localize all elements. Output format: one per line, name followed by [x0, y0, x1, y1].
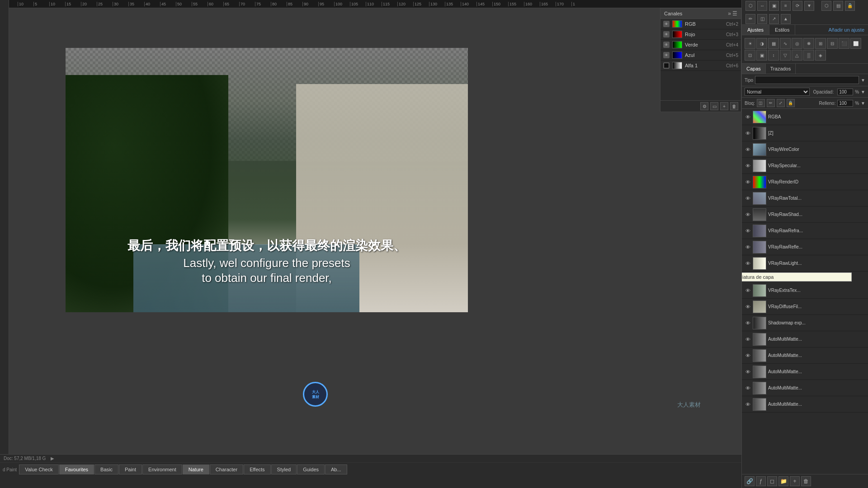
layer-visibility[interactable]: 👁 [745, 212, 751, 217]
layer-item[interactable]: 👁 VRayRawShad... [742, 206, 868, 223]
layer-item[interactable]: 👁 VRayExtraTex... [742, 282, 868, 299]
layer-visibility[interactable]: 👁 [745, 147, 751, 152]
opacity-input[interactable] [837, 89, 853, 95]
layer-visibility[interactable]: 👁 [745, 385, 751, 391]
channel-row-azul[interactable]: 👁 Azul Ctrl+5 [660, 50, 741, 61]
tab-ab[interactable]: Ab... [325, 465, 347, 474]
adj-vibrance-icon[interactable]: ❋ [803, 38, 814, 49]
blend-mode-select[interactable]: Normal [745, 88, 810, 96]
layer-item-rawrefe[interactable]: 👁 VRayRawRefle... [742, 239, 868, 255]
layer-visibility[interactable]: 👁 [745, 196, 751, 201]
adj-colorlookup-icon[interactable]: ▣ [756, 50, 767, 61]
adj-threshold-icon[interactable]: △ [792, 50, 802, 61]
layer-item-rawlight[interactable]: 👁 VRayRawLight... [742, 255, 868, 272]
channel-visibility-rgb[interactable]: 👁 [663, 21, 670, 27]
adj-levels-icon[interactable]: ▦ [768, 38, 779, 49]
layer-visibility[interactable]: 👁 [745, 228, 751, 234]
tab-styled[interactable]: Styled [271, 465, 297, 474]
channel-row-verde[interactable]: 👁 Verde Ctrl+4 [660, 40, 741, 50]
lock-position-btn[interactable]: ⤢ [777, 99, 785, 107]
channels-delete-icon[interactable]: 🗑 [730, 102, 738, 110]
layer-visibility[interactable]: 👁 [745, 114, 751, 120]
channels-settings-icon[interactable]: ⚙ [700, 102, 708, 110]
channels-expand-icon[interactable]: » [728, 10, 731, 17]
new-layer-btn[interactable]: + [790, 476, 800, 486]
channel-row-alfa[interactable]: Alfa 1 Ctrl+6 [660, 61, 741, 71]
channel-visibility-rojo[interactable]: 👁 [663, 31, 670, 38]
channel-visibility-azul[interactable]: 👁 [663, 52, 670, 58]
rtb-btn-9[interactable]: 🔒 [845, 1, 855, 11]
tab-environment[interactable]: Environment [142, 465, 182, 474]
layer-item[interactable]: 👁 AutoMultiMatte... [742, 380, 868, 396]
layer-item[interactable]: 👁 Shadowmap exp... [742, 315, 868, 331]
layer-visibility[interactable]: 👁 [745, 402, 751, 407]
layer-visibility[interactable]: 👁 [745, 163, 751, 169]
adj-photofilter-icon[interactable]: ⬜ [850, 38, 861, 49]
rtb-btn-6[interactable]: ▼ [804, 1, 814, 11]
layer-visibility[interactable]: 👁 [745, 320, 751, 326]
channel-visibility-alfa[interactable] [663, 62, 670, 69]
adj-brightness-icon[interactable]: ☀ [745, 38, 755, 49]
rtb-btn-11[interactable]: ◫ [757, 14, 767, 24]
layer-item[interactable]: 👁 VRayDiffuseFil... [742, 299, 868, 315]
rtb-btn-8[interactable]: ▤ [833, 1, 843, 11]
layer-visibility[interactable]: 👁 [745, 131, 751, 136]
tab-effects[interactable]: Effects [244, 465, 270, 474]
layer-item[interactable]: 👁 AutoMultiMatte... [742, 364, 868, 380]
tab-basic[interactable]: Basic [94, 465, 118, 474]
rtb-btn-1[interactable]: ⬡ [745, 1, 755, 11]
tab-value-check[interactable]: Value Check [19, 465, 59, 474]
adj-exposure-icon[interactable]: ◎ [792, 38, 802, 49]
tab-ajustes[interactable]: Ajustes [742, 25, 769, 35]
layer-item[interactable]: 👁 VRayWireColor [742, 141, 868, 158]
fill-arrow[interactable]: ▼ [861, 101, 865, 106]
adj-selectivecolor-icon[interactable]: ◈ [815, 50, 826, 61]
adj-channelmixer-icon[interactable]: ⊡ [745, 50, 755, 61]
tab-trazados[interactable]: Trazados [766, 64, 796, 74]
channels-view-icon[interactable]: ▭ [710, 102, 718, 110]
adj-invert-icon[interactable]: ↕ [768, 50, 779, 61]
adj-gradient-icon[interactable]: ▒ [803, 50, 814, 61]
rtb-btn-7[interactable]: ⬡ [821, 1, 831, 11]
tab-estilos[interactable]: Estilos [769, 25, 795, 35]
layer-item[interactable]: 👁 RGBA [742, 109, 868, 125]
rtb-btn-10[interactable]: ✏ [745, 14, 755, 24]
adj-posterize-icon[interactable]: ▽ [780, 50, 791, 61]
adj-contrast-icon[interactable]: ◑ [756, 38, 767, 49]
tab-capas[interactable]: Capas [742, 64, 766, 74]
channel-row-rgb[interactable]: 👁 RGB Ctrl+2 [660, 19, 741, 29]
tab-nature[interactable]: Nature [183, 465, 209, 474]
opacity-arrow[interactable]: ▼ [861, 89, 865, 94]
tab-favourites[interactable]: Favourites [59, 465, 94, 474]
rtb-btn-2[interactable]: ↔ [757, 1, 767, 11]
tab-guides[interactable]: Guides [297, 465, 325, 474]
tab-character[interactable]: Character [210, 465, 243, 474]
add-mask-btn[interactable]: ◻ [767, 476, 777, 486]
rtb-btn-3[interactable]: ▣ [769, 1, 779, 11]
adj-curves-icon[interactable]: ∿ [780, 38, 791, 49]
layer-visibility[interactable]: 👁 [745, 353, 751, 358]
layers-search-input[interactable] [755, 76, 859, 84]
layer-visibility[interactable]: 👁 [745, 369, 751, 375]
layers-filter-icon[interactable]: ▼ [861, 78, 865, 83]
channel-row-rojo[interactable]: 👁 Rojo Ctrl+3 [660, 29, 741, 40]
layer-item[interactable]: 👁 AutoMultiMatte... [742, 331, 868, 347]
tab-paint[interactable]: Paint [119, 465, 142, 474]
channel-visibility-verde[interactable]: 👁 [663, 42, 670, 48]
layers-list[interactable]: 👁 RGBA 👁 [Z] 👁 VRayWireColor 👁 VRaySpecu… [742, 109, 868, 474]
add-style-btn[interactable]: ƒ [756, 476, 766, 486]
lock-transparent-btn[interactable]: ◫ [757, 99, 765, 107]
new-group-btn[interactable]: 📁 [778, 476, 788, 486]
rtb-btn-4[interactable]: ≡ [781, 1, 791, 11]
adj-hsl-icon[interactable]: ⊞ [815, 38, 826, 49]
layer-item[interactable]: 👁 AutoMultiMatte... [742, 347, 868, 364]
layer-item[interactable]: 👁 VRaySpecular... [742, 158, 868, 174]
layer-visibility[interactable]: 👁 [745, 337, 751, 342]
adj-bw-icon[interactable]: ⬛ [839, 38, 849, 49]
add-adjustment-btn[interactable]: Añadir un ajuste [825, 25, 868, 35]
rtb-btn-13[interactable]: ▲ [781, 14, 791, 24]
adj-colorbalance-icon[interactable]: ⊟ [827, 38, 838, 49]
layer-visibility[interactable]: 👁 [745, 304, 751, 310]
layer-item[interactable]: 👁 VRayRawTotal... [742, 190, 868, 206]
play-icon[interactable]: ▶ [51, 456, 54, 461]
